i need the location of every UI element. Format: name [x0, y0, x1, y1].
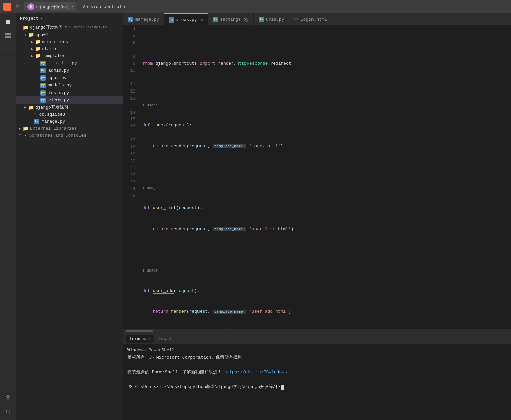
chevron-app01: ▾: [23, 33, 28, 37]
tab-icon-settings: Py: [213, 17, 218, 22]
svg-rect-4: [5, 33, 8, 35]
vcs-label: Version control: [82, 4, 122, 9]
code-line-11: def user_list(request):: [142, 205, 511, 212]
hamburger-menu[interactable]: ≡: [15, 2, 21, 11]
usage-hint-1: 1 usage: [142, 102, 511, 108]
tree-label-static: static: [42, 46, 58, 51]
code-line-5: from django.shortcuts import render,Http…: [142, 60, 511, 67]
tree-item-scratches[interactable]: ≡ · Scratches and Consoles: [16, 132, 123, 139]
vcs-button[interactable]: Version control ▾: [80, 3, 128, 11]
code-editor[interactable]: 4 5 6 · 8 9 10 · 11 12 13 · 14 15 16 · 1…: [123, 25, 511, 329]
file-tree: ▾ 📁 django开发练习 C:\Users\lzx\Desktc ▾ 📁 a…: [16, 24, 123, 420]
tree-label-db: db.sqlite3: [39, 112, 65, 117]
terminal-tab-terminal[interactable]: Terminal: [126, 335, 154, 343]
layers-icon[interactable]: ◫: [2, 405, 14, 417]
terminal-upgrade-link[interactable]: https://aka.ms/PSWindows: [224, 370, 287, 375]
terminal-blank-line-2: [127, 376, 507, 383]
tree-label-external: External Libraries: [30, 126, 77, 131]
tab-settings-py[interactable]: Py settings.py: [208, 13, 254, 25]
terminal-tab-local[interactable]: Local ✕: [155, 335, 181, 343]
tree-item-views[interactable]: ▶ Py views.py: [16, 96, 123, 104]
code-line-9: return render(request, template_name: 'i…: [142, 143, 511, 150]
tree-item-models[interactable]: ▶ Py models.py: [16, 81, 123, 89]
remote-icon[interactable]: ⦿: [2, 392, 14, 404]
tree-label-app01: app01: [35, 32, 48, 37]
terminal-tab-label-terminal: Terminal: [129, 336, 150, 341]
tree-item-migrations[interactable]: ▶ 📁 migrations: [16, 38, 123, 45]
scrollbar-track: [126, 330, 227, 332]
project-view-icon[interactable]: [2, 16, 14, 28]
terminal-blank-line: [127, 361, 507, 369]
code-line-15: return render(request, template_name: 'u…: [142, 308, 511, 315]
tree-item-static[interactable]: ▶ 📁 static: [16, 45, 123, 52]
scratch-icon: ·: [24, 133, 27, 138]
titlebar: ≡ D django开发练习 ▾ Version control ▾: [0, 0, 511, 13]
python-icon-views: Py: [40, 97, 46, 103]
sidebar: Project ▾ ▾ 📁 django开发练习 C:\Users\lzx\De…: [16, 13, 123, 420]
tab-manage-py[interactable]: Py manage.py: [123, 13, 164, 25]
tree-item-tests[interactable]: ▶ Py tests.py: [16, 89, 123, 96]
tab-icon-urls: Py: [259, 17, 264, 22]
tab-icon-manage: Py: [128, 17, 133, 22]
tree-label-migrations: migrations: [42, 39, 68, 44]
db-icon: ≡: [34, 112, 36, 117]
activity-bar: ··· ⦿ ◫: [0, 13, 16, 420]
terminal-content[interactable]: Windows PowerShell 版权所有（C）Microsoft Corp…: [123, 344, 511, 420]
tree-label-views: views.py: [48, 98, 69, 103]
terminal-upgrade-text: 安装最新的 PowerShell，了解新功能和改进！: [127, 370, 222, 375]
line-numbers: 4 5 6 · 8 9 10 · 11 12 13 · 14 15 16 · 1…: [123, 25, 139, 329]
tree-item-init[interactable]: ▶ Py __init__.py: [16, 59, 123, 67]
folder-icon-migrations: 📁: [35, 39, 41, 45]
extensions-icon[interactable]: [2, 29, 14, 42]
tree-label-models: models.py: [48, 83, 72, 88]
tree-label-init: __init__.py: [48, 61, 77, 66]
tab-urls-py[interactable]: Py urls.py: [254, 13, 289, 25]
tree-label-root: django开发练习: [30, 24, 63, 31]
folder-icon-external: 📁: [23, 126, 29, 131]
terminal-shell-name: Windows PowerShell: [127, 347, 507, 354]
tree-label-manage: manage.py: [42, 119, 65, 124]
python-icon-admin: Py: [40, 67, 46, 73]
sidebar-header-chevron: ▾: [41, 17, 43, 21]
chevron-django-project: ▶: [23, 105, 28, 109]
tree-item-django-project[interactable]: ▶ 📁 django开发练习: [16, 104, 123, 111]
python-icon-tests: Py: [40, 89, 46, 96]
editor-area: Py manage.py Py views.py ✕ Py settings.p…: [123, 13, 511, 420]
tree-item-templates[interactable]: ▶ 📁 templates: [16, 52, 123, 59]
chevron-scratches: ≡: [17, 134, 23, 137]
python-icon-manage: Py: [34, 118, 39, 124]
python-icon-apps: Py: [40, 75, 46, 81]
code-line-8: def index(request):: [142, 122, 511, 129]
code-line-12: return render(request, template_name: 'u…: [142, 226, 511, 233]
folder-icon-root: 📁: [23, 25, 29, 31]
terminal-cursor: [281, 385, 284, 390]
chevron-external: ▶: [17, 127, 23, 131]
tree-item-app01[interactable]: ▾ 📁 app01: [16, 31, 123, 38]
code-line-10: [142, 164, 511, 171]
scrollbar-thumb: [126, 330, 153, 332]
terminal-tab-label-local: Local: [158, 336, 171, 341]
project-selector[interactable]: D django开发练习 ▾: [24, 2, 77, 11]
usage-hint-2: 1 usage: [142, 185, 511, 191]
code-line-13: [142, 247, 511, 254]
svg-rect-5: [8, 33, 11, 35]
horizontal-scrollbar[interactable]: [123, 329, 511, 333]
code-content: from django.shortcuts import render,Http…: [139, 25, 511, 329]
more-tools-icon[interactable]: ···: [2, 43, 14, 55]
tree-item-root[interactable]: ▾ 📁 django开发练习 C:\Users\lzx\Desktc: [16, 24, 123, 31]
terminal-copyright: 版权所有（C）Microsoft Corporation。保留所有权利。: [127, 354, 507, 361]
tree-item-manage[interactable]: ▶ Py manage.py: [16, 118, 123, 125]
svg-rect-6: [5, 36, 8, 38]
tab-label-views: views.py: [176, 17, 197, 22]
tree-item-external[interactable]: ▶ 📁 External Libraries: [16, 125, 123, 132]
terminal-prompt: PS C:\Users\lzx\Desktop\python基础\django学…: [127, 383, 507, 391]
tree-item-db[interactable]: ▶ ≡ db.sqlite3: [16, 111, 123, 118]
tree-item-apps[interactable]: ▶ Py apps.py: [16, 74, 123, 81]
tab-login-html[interactable]: <> login.html: [289, 13, 332, 25]
tab-views-py[interactable]: Py views.py ✕: [164, 13, 208, 25]
code-line-14: def user_add(request):: [142, 288, 511, 295]
code-line-4: [142, 40, 511, 47]
tree-item-admin[interactable]: ▶ Py admin.py: [16, 67, 123, 74]
tab-close-views[interactable]: ✕: [201, 17, 203, 22]
terminal-tab-close-local[interactable]: ✕: [175, 337, 178, 341]
